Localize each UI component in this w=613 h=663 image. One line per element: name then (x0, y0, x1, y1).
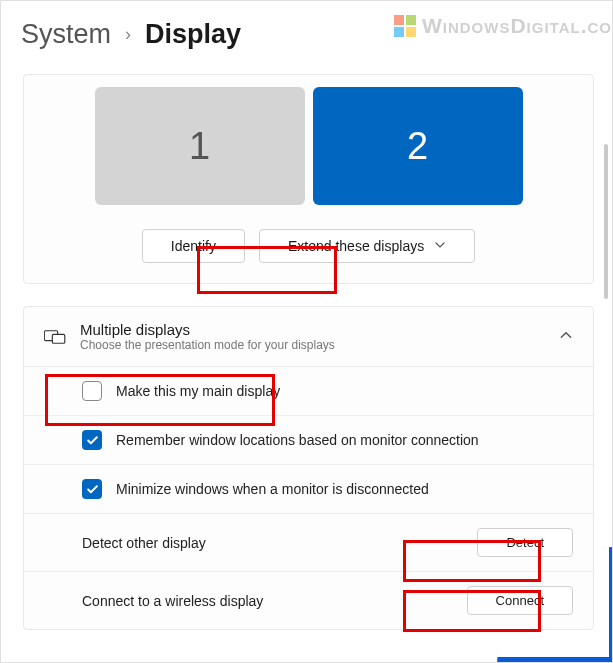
detect-label: Detect other display (82, 535, 206, 551)
minimize-label: Minimize windows when a monitor is disco… (116, 481, 429, 497)
checkbox-minimize[interactable] (82, 479, 102, 499)
svg-rect-1 (52, 334, 64, 343)
display-arrangement-panel: 1 2 Identify Extend these displays (23, 74, 594, 284)
checkbox-main-display[interactable] (82, 381, 102, 401)
breadcrumb: System › Display (1, 1, 612, 74)
detect-button[interactable]: Detect (477, 528, 573, 557)
monitor-1[interactable]: 1 (95, 87, 305, 205)
row-minimize-disconnect[interactable]: Minimize windows when a monitor is disco… (24, 464, 593, 513)
row-connect: Connect to a wireless display Connect (24, 571, 593, 629)
display-mode-select[interactable]: Extend these displays (259, 229, 475, 263)
chevron-up-icon (559, 328, 573, 346)
identify-button-label: Identify (171, 238, 216, 254)
display-mode-label: Extend these displays (288, 238, 424, 254)
row-main-display[interactable]: Make this my main display (24, 366, 593, 415)
multiple-displays-section: Multiple displays Choose the presentatio… (23, 306, 594, 630)
section-title: Multiple displays (80, 321, 543, 338)
monitor-2-label: 2 (407, 125, 428, 168)
connect-button-label: Connect (496, 593, 544, 608)
monitor-1-label: 1 (189, 125, 210, 168)
scrollbar[interactable] (604, 144, 608, 299)
connect-button[interactable]: Connect (467, 586, 573, 615)
detect-button-label: Detect (506, 535, 544, 550)
multiple-displays-header[interactable]: Multiple displays Choose the presentatio… (24, 307, 593, 366)
identify-button[interactable]: Identify (142, 229, 245, 263)
section-subtitle: Choose the presentation mode for your di… (80, 338, 543, 352)
chevron-right-icon: › (125, 24, 131, 45)
main-display-label: Make this my main display (116, 383, 280, 399)
chevron-down-icon (434, 238, 446, 254)
connect-label: Connect to a wireless display (82, 593, 263, 609)
row-detect: Detect other display Detect (24, 513, 593, 571)
checkbox-remember[interactable] (82, 430, 102, 450)
page-title: Display (145, 19, 241, 50)
monitor-2[interactable]: 2 (313, 87, 523, 205)
remember-label: Remember window locations based on monit… (116, 432, 479, 448)
breadcrumb-parent[interactable]: System (21, 19, 111, 50)
row-remember-locations[interactable]: Remember window locations based on monit… (24, 415, 593, 464)
displays-icon (44, 329, 64, 345)
